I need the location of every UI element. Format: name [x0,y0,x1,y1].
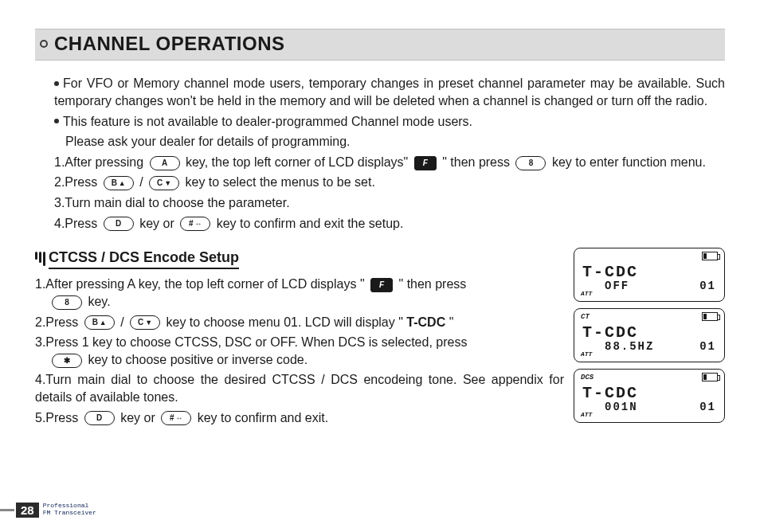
step-4: 4.Press D key or #↔ key to confirm and e… [54,215,725,233]
subsection-title: CTCSS / DCS Encode Setup [49,248,239,269]
footer-caption: Professional FM Transceiver [43,503,96,517]
key-b-icon: B▲ [84,315,115,330]
lcd-examples: T-CDC OFF 01 ATT CT T-CDC 88.5HZ 01 ATT [574,248,725,429]
lcd-indicator: DCS [581,373,594,382]
step-2: 2.Press B▲ / C▼ key to select the menus … [54,174,725,191]
intro-block: For VFO or Memory channel mode users, te… [54,75,725,232]
key-d-icon: D [104,217,134,231]
lcd-card-ctcss: CT T-CDC 88.5HZ 01 ATT [574,308,725,362]
key-f-icon: F [414,156,437,170]
ctcss-step-5: 5.Press D key or #↔ key to confirm and e… [35,409,564,427]
bullet-dot-icon [54,119,59,123]
intro-bullet-2: This feature is not available to dealer-… [54,113,725,131]
subsection-header: CTCSS / DCS Encode Setup [35,248,564,269]
step-3: 3.Turn main dial to choose the parameter… [54,194,725,212]
radio-waves-icon [35,252,45,266]
ctcss-step-1: 1.After pressing A key, the top left cor… [35,276,564,310]
page-footer: 28 Professional FM Transceiver [0,503,96,518]
section-title: CHANNEL OPERATIONS [54,31,284,57]
lcd-att: ATT [581,350,592,359]
lcd-menu: 01 [699,400,716,415]
battery-icon [702,252,718,260]
ctcss-step-3: 3.Press 1 key to choose CTCSS, DSC or OF… [35,334,564,368]
step-1: 1.After pressing A key, the top left cor… [54,154,725,171]
lcd-menu: 01 [699,279,716,294]
section-header-bar: CHANNEL OPERATIONS [35,29,725,61]
header-bullet-icon [40,40,48,48]
key-b-icon: B▲ [104,176,134,190]
lcd-att: ATT [581,411,592,420]
key-f-icon: F [370,278,393,292]
ctcss-step-4: 4.Turn main dial to choose the desired C… [35,371,564,405]
main-steps: 1.After pressing A key, the top left cor… [54,154,725,232]
key-d-icon: D [84,411,115,425]
lcd-card-off: T-CDC OFF 01 ATT [574,248,725,302]
key-star-icon: ✱ [52,354,82,368]
ctcss-step-2: 2.Press B▲ / C▼ key to choose menu 01. L… [35,314,564,331]
key-8-icon: 8 [52,295,82,310]
key-hash-icon: #↔ [180,217,210,231]
lcd-menu: 01 [699,339,716,354]
intro-bullet-1: For VFO or Memory channel mode users, te… [54,75,725,109]
key-c-icon: C▼ [130,315,160,330]
key-8-icon: 8 [515,156,546,170]
lcd-indicator: CT [581,312,590,322]
battery-icon [702,373,718,381]
intro-note: Please ask your dealer for details of pr… [54,133,725,151]
footer-rule-icon [0,509,14,511]
bullet-dot-icon [54,81,59,86]
lcd-card-dcs: DCS T-CDC 001N 01 ATT [574,369,725,423]
lcd-value: 88.5HZ [582,339,654,354]
battery-icon [702,312,718,321]
key-hash-icon: #↔ [161,411,191,425]
page-number: 28 [16,503,39,518]
key-c-icon: C▼ [149,176,179,190]
lcd-att: ATT [581,290,592,299]
key-a-icon: A [150,156,180,170]
